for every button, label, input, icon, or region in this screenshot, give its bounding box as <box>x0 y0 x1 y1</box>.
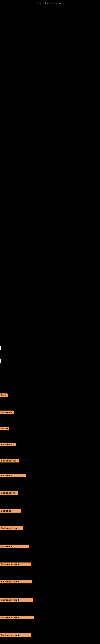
bottleneck-label-5: Bottleneck res <box>0 459 19 462</box>
bottleneck-label-7: Bottleneck re <box>0 491 18 495</box>
bottleneck-label-4: Bottleneck r <box>0 443 16 446</box>
bottleneck-label-9: Bottleneck resu <box>0 526 23 530</box>
cursor-line-1 <box>0 346 1 350</box>
bottleneck-label-2: Bottleneck <box>0 410 14 414</box>
site-title: TheBottlenecker.com <box>37 2 63 5</box>
bottleneck-label-12: Bottleneck result <box>0 580 32 584</box>
main-content: TheBottlenecker.com Bottl Bottleneck Bot… <box>0 0 100 644</box>
bottleneck-label-8: Bottlenec <box>0 509 21 512</box>
bottleneck-label-11: Bottleneck result <box>0 562 31 566</box>
cursor-line-2 <box>0 359 1 363</box>
bottleneck-label-10: Bottleneck r <box>0 544 29 548</box>
bottleneck-label-14: Bottleneck result <box>0 616 34 619</box>
bottleneck-label-1: Bottl <box>0 394 8 397</box>
bottleneck-label-6: Bottleneck <box>0 474 26 477</box>
bottleneck-label-13: Bottleneck result <box>0 598 33 602</box>
bottleneck-label-3: Bottler <box>0 427 9 430</box>
bottleneck-label-15: Bottleneck result <box>0 633 31 637</box>
